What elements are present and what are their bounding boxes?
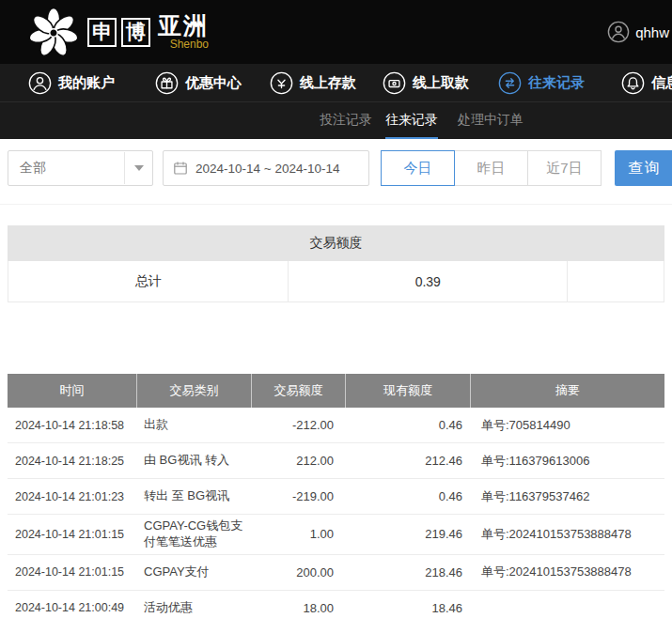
nav-item-label: 我的账户 <box>58 74 115 92</box>
filter-bar: 全部 2024-10-14 ~ 2024-10-14 今日 昨日 近7日 查询 <box>0 139 672 205</box>
nav-item-promotions[interactable]: 优惠中心 <box>155 64 242 101</box>
column-header-note: 摘要 <box>470 374 664 408</box>
table-header-row: 时间 交易类别 交易额度 现有额度 摘要 <box>8 374 664 408</box>
user-icon <box>28 71 52 95</box>
cell-amount: 200.00 <box>251 565 345 579</box>
table-row: 2024-10-14 21:01:15 CGPAY支付 200.00 218.4… <box>8 555 664 591</box>
chevron-down-icon <box>124 152 152 184</box>
deposit-icon <box>270 71 293 95</box>
cell-amount: 1.00 <box>251 527 345 541</box>
table-row: 2024-10-14 21:01:15 CGPAY-CG钱包支付笔笔送优惠 1.… <box>8 515 664 555</box>
logo-char-shen: 申 <box>87 18 117 47</box>
bell-icon <box>621 71 645 95</box>
nav-item-label: 往来记录 <box>528 74 585 92</box>
nav-item-messages[interactable]: 信息 <box>621 64 672 101</box>
table-row: 2024-10-14 21:18:25 由 BG视讯 转入 212.00 212… <box>8 443 664 479</box>
cell-balance: 18.46 <box>345 601 470 615</box>
header: 申 博 亚洲 Shenbo qhhw <box>0 0 672 64</box>
table-row: 2024-10-14 21:01:23 转出 至 BG视讯 -219.00 0.… <box>8 479 664 515</box>
logo-char-bo: 博 <box>121 18 150 47</box>
cell-time: 2024-10-14 21:18:58 <box>8 419 136 432</box>
cell-time: 2024-10-14 21:01:15 <box>8 565 136 579</box>
column-header-amount: 交易额度 <box>251 374 345 408</box>
summary-total-label: 总计 <box>8 261 289 301</box>
cell-balance: 0.46 <box>345 418 470 432</box>
cell-time: 2024-10-14 21:01:23 <box>8 490 136 503</box>
tab-processing-orders[interactable]: 处理中订单 <box>458 102 524 140</box>
cell-type: 出款 <box>136 413 251 437</box>
nav-item-label: 优惠中心 <box>185 74 242 92</box>
nav-item-my-account[interactable]: 我的账户 <box>28 64 115 101</box>
cell-balance: 212.46 <box>345 454 470 468</box>
screen: 申 博 亚洲 Shenbo qhhw 我的账户 <box>0 0 672 618</box>
table-row: 2024-10-14 21:00:49 活动优惠 18.00 18.46 <box>8 591 664 618</box>
today-button[interactable]: 今日 <box>381 150 455 186</box>
gift-icon <box>155 71 179 95</box>
date-range-input[interactable]: 2024-10-14 ~ 2024-10-14 <box>163 150 369 186</box>
cell-amount: -219.00 <box>251 489 345 503</box>
last7days-button[interactable]: 近7日 <box>527 150 602 186</box>
cell-note: 单号:202410153753888478 <box>470 564 664 580</box>
cell-note: 单号:705814490 <box>470 417 664 434</box>
brand-region-text: 亚洲 <box>158 13 209 38</box>
transactions-table: 时间 交易类别 交易额度 现有额度 摘要 2024-10-14 21:18:58… <box>8 374 664 618</box>
withdraw-icon <box>383 71 406 95</box>
nav-item-transaction-records[interactable]: 往来记录 <box>498 64 585 101</box>
brand-text: 亚洲 Shenbo <box>158 13 209 50</box>
cell-time: 2024-10-14 21:00:49 <box>8 601 136 614</box>
cell-balance: 0.46 <box>345 489 470 503</box>
cell-balance: 219.46 <box>345 527 470 541</box>
summary-row: 总计 0.39 <box>8 261 664 302</box>
lotus-logo-icon <box>24 5 83 59</box>
username-text: qhhw <box>635 24 669 40</box>
select-value: 全部 <box>20 160 46 177</box>
cell-time: 2024-10-14 21:18:25 <box>8 455 136 468</box>
summary-total-value: 0.39 <box>289 261 568 301</box>
transaction-type-select[interactable]: 全部 <box>8 150 153 186</box>
tab-transaction-records[interactable]: 往来记录 <box>385 102 438 140</box>
cell-note: 单号:202410153753888478 <box>470 526 664 543</box>
nav-item-label: 线上取款 <box>413 74 469 92</box>
cell-note: 单号:116379613006 <box>470 453 664 470</box>
cell-type: 活动优惠 <box>136 596 251 618</box>
cell-amount: -212.00 <box>251 418 345 432</box>
cell-time: 2024-10-14 21:01:15 <box>8 528 136 541</box>
quick-date-buttons: 今日 昨日 近7日 <box>381 150 602 186</box>
transfer-records-icon <box>498 71 522 95</box>
user-avatar-icon <box>607 21 630 43</box>
column-header-type: 交易类别 <box>136 374 251 408</box>
nav-item-label: 信息 <box>651 74 672 92</box>
search-button[interactable]: 查询 <box>615 150 672 186</box>
cell-amount: 18.00 <box>251 601 345 615</box>
main-nav: 我的账户 优惠中心 线上存款 <box>0 64 672 101</box>
cell-balance: 218.46 <box>345 565 470 579</box>
nav-item-online-deposit[interactable]: 线上存款 <box>270 64 356 101</box>
column-header-time: 时间 <box>8 374 136 408</box>
date-range-value: 2024-10-14 ~ 2024-10-14 <box>195 162 340 176</box>
user-account-button[interactable]: qhhw <box>607 21 669 43</box>
brand-subtitle: Shenbo <box>158 39 209 51</box>
nav-item-online-withdrawal[interactable]: 线上取款 <box>383 64 469 101</box>
brand-logo[interactable]: 申 博 亚洲 Shenbo <box>24 5 209 59</box>
cell-type: CGPAY支付 <box>136 561 251 584</box>
tab-betting-records[interactable]: 投注记录 <box>320 102 372 140</box>
cell-amount: 212.00 <box>251 454 345 468</box>
summary-table: 交易额度 总计 0.39 <box>8 225 664 302</box>
table-row: 2024-10-14 21:18:58 出款 -212.00 0.46 单号:7… <box>8 408 664 443</box>
cell-type: CGPAY-CG钱包支付笔笔送优惠 <box>136 515 251 554</box>
cell-note: 单号:116379537462 <box>470 488 664 505</box>
cell-type: 由 BG视讯 转入 <box>136 449 251 472</box>
yesterday-button[interactable]: 昨日 <box>454 150 528 186</box>
column-header-balance: 现有额度 <box>345 374 470 408</box>
calendar-icon <box>173 161 188 176</box>
sub-nav: 投注记录 往来记录 处理中订单 <box>0 101 672 139</box>
summary-empty-cell <box>568 261 664 301</box>
nav-item-label: 线上存款 <box>300 74 356 92</box>
summary-header-cell: 交易额度 <box>8 225 664 261</box>
cell-type: 转出 至 BG视讯 <box>136 485 251 508</box>
